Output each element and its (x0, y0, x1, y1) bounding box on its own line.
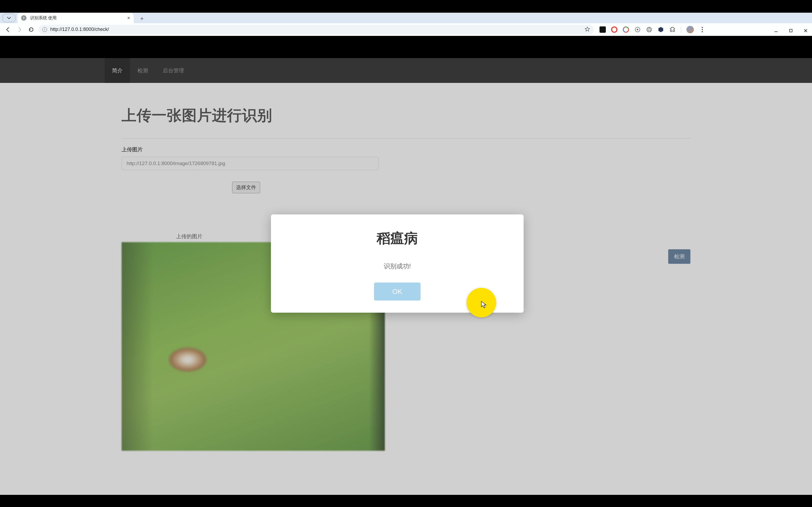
extension-icon-6[interactable] (658, 26, 664, 33)
svg-point-10 (623, 26, 629, 33)
modal-message: 识别成功! (282, 262, 513, 270)
plus-icon: + (140, 15, 144, 22)
modal-title: 稻瘟病 (282, 229, 513, 248)
close-tab-icon[interactable]: × (127, 15, 130, 21)
reload-button[interactable] (27, 25, 36, 34)
svg-point-9 (623, 26, 629, 33)
extension-icon-1[interactable] (600, 26, 606, 33)
page-viewport: 简介 检测 后台管理 上传一张图片进行识别 上传图片 选择文件 上传的图片 检测… (0, 58, 812, 495)
extension-icon-3[interactable] (623, 26, 629, 33)
screen: 识别系统 使用 × + i http://127.0.0.1:8000/chec… (0, 0, 812, 507)
svg-point-15 (702, 27, 703, 28)
svg-point-1 (23, 16, 24, 20)
extension-icon-5[interactable] (646, 26, 652, 33)
address-bar-row: i http://127.0.0.1:8000/check/ (0, 23, 812, 36)
browser-tab-active[interactable]: 识别系统 使用 × (17, 13, 134, 23)
letterbox-bottom (0, 495, 812, 507)
url-text: http://127.0.0.1:8000/check/ (50, 27, 109, 32)
window-controls (772, 25, 809, 36)
tab-title: 识别系统 使用 (30, 15, 57, 21)
window-minimize-button[interactable] (772, 27, 780, 34)
extension-icon-2[interactable] (611, 26, 617, 33)
back-button[interactable] (4, 25, 12, 34)
tab-strip: 识别系统 使用 × + (0, 13, 812, 23)
separator (681, 26, 681, 33)
globe-icon (21, 15, 27, 20)
svg-point-0 (22, 16, 26, 20)
extension-icon-4[interactable] (635, 26, 641, 33)
tab-search-dropdown[interactable] (3, 14, 15, 22)
forward-button[interactable] (15, 25, 24, 34)
omnibox[interactable]: i http://127.0.0.1:8000/check/ (39, 25, 594, 34)
svg-rect-4 (790, 29, 792, 32)
svg-point-16 (702, 29, 703, 30)
svg-point-17 (702, 31, 703, 32)
chrome-menu-icon[interactable] (699, 26, 706, 33)
modal-ok-button[interactable]: OK (374, 283, 420, 300)
site-info-icon[interactable]: i (42, 27, 47, 32)
extensions-menu-icon[interactable] (669, 26, 676, 33)
svg-marker-14 (658, 27, 663, 32)
window-close-button[interactable] (802, 27, 809, 34)
browser-chrome: 识别系统 使用 × + i http://127.0.0.1:8000/chec… (0, 13, 812, 36)
new-tab-button[interactable]: + (138, 14, 146, 23)
svg-point-13 (647, 27, 652, 32)
svg-point-12 (637, 29, 638, 31)
letterbox-top (0, 0, 812, 13)
profile-avatar[interactable] (687, 26, 694, 33)
bookmark-star-icon[interactable] (585, 26, 590, 33)
window-maximize-button[interactable] (787, 27, 795, 34)
svg-point-7 (612, 27, 617, 32)
extension-icons (600, 26, 706, 33)
